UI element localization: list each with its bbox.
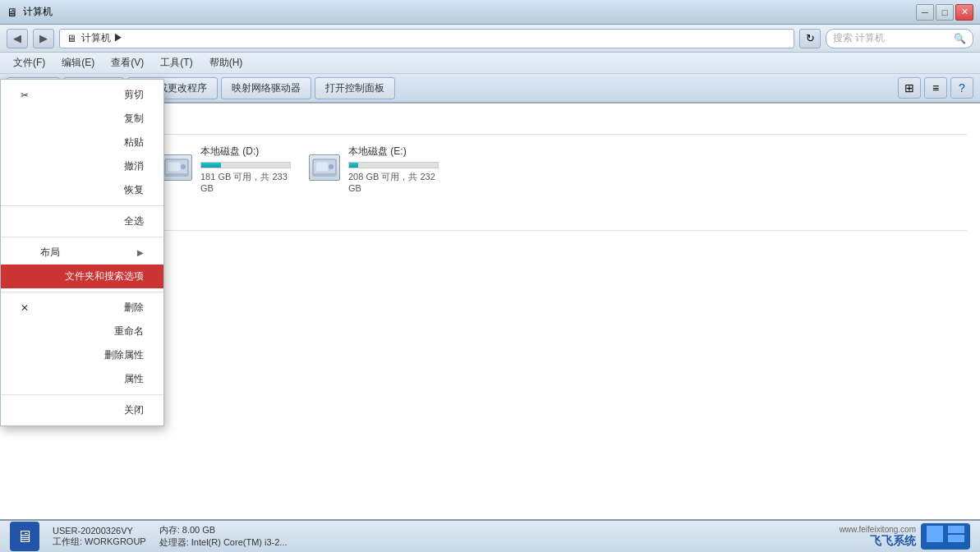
drive-d-icon [161,154,194,183]
layout-arrow-icon: ▶ [137,248,144,257]
brand-url: www.feifeixitong.com [840,525,916,534]
drive-d-label: 本地磁盘 (D:) [200,145,292,159]
refresh-button[interactable]: ↻ [799,29,821,48]
drive-e[interactable]: 本地磁盘 (E:) 208 GB 可用，共 232 GB [309,145,440,193]
svg-point-5 [181,164,186,169]
svg-rect-4 [168,162,181,172]
address-bar: ◀ ▶ 🖥 计算机 ▶ ↻ 搜索 计算机 🔍 [0,25,980,53]
menu-tools[interactable]: 工具(T) [154,54,199,71]
drive-e-bar-bg [348,162,439,168]
view-toggle-button[interactable]: ⊞ [898,77,921,99]
status-specs: 内存: 8.00 GB 处理器: Intel(R) Core(TM) i3-2.… [159,524,288,549]
window-title: 计算机 [23,5,53,19]
ctx-sep-3 [1,292,163,292]
drive-e-size: 208 GB 可用，共 232 GB [348,171,440,193]
drive-d-size: 181 GB 可用，共 233 GB [200,171,292,193]
search-box[interactable]: 搜索 计算机 🔍 [826,29,973,48]
status-bar: 🖥 USER-20200326VY 工作组: WORKGROUP 内存: 8.0… [0,519,980,552]
close-button[interactable]: ✕ [955,4,973,21]
ctx-undo[interactable]: 撤消 [1,154,163,178]
ctx-remove-props[interactable]: 删除属性 [1,343,163,367]
ctx-folder-options[interactable]: 文件夹和搜索选项 [1,264,163,288]
ctx-layout[interactable]: 布局 ▶ [1,241,163,264]
ctx-delete[interactable]: ✕ 删除 [1,296,163,320]
disk-d-icon-svg [164,159,189,177]
delete-icon: ✕ [21,302,34,314]
menu-bar: 文件(F) 编辑(E) 查看(V) 工具(T) 帮助(H) [0,53,980,74]
title-bar-left: 🖥 计算机 [7,5,53,19]
title-bar-controls: ─ □ ✕ [916,4,973,21]
ctx-paste[interactable]: 粘贴 [1,131,163,154]
status-processor: 处理器: Intel(R) Core(TM) i3-2... [159,536,288,549]
drive-d-bar-fill [201,163,221,168]
drive-e-bar-fill [349,163,358,168]
window-icon: 🖥 [7,6,18,19]
svg-rect-7 [315,162,329,172]
breadcrumb-icon: 🖥 [67,33,76,44]
svg-point-8 [329,164,334,169]
title-bar: 🖥 计算机 ─ □ ✕ [0,0,980,25]
map-network-button[interactable]: 映射网络驱动器 [221,77,311,99]
drive-d-info: 本地磁盘 (D:) 181 GB 可用，共 233 GB [200,145,292,193]
drive-d-bar-bg [200,162,291,168]
brand-logo-svg [925,524,966,549]
help-button[interactable]: ? [950,77,973,99]
toolbar-right: ⊞ ≡ ? [898,77,973,99]
ctx-properties[interactable]: 属性 [1,367,163,391]
ctx-cut[interactable]: ✂ 剪切 [1,83,163,107]
ctx-rename[interactable]: 重命名 [1,320,163,343]
context-menu: ✂ 剪切 复制 粘贴 撤消 恢复 全选 布局 ▶ 文件夹和搜索选项 ✕ 删除 重… [0,79,164,426]
drive-e-icon [309,154,342,183]
ctx-redo[interactable]: 恢复 [1,178,163,202]
minimize-button[interactable]: ─ [916,4,934,21]
ctx-sep-4 [1,394,163,395]
search-placeholder: 搜索 计算机 [833,31,885,45]
status-brand: www.feifeixitong.com 飞飞系统 [840,523,970,550]
menu-edit[interactable]: 编辑(E) [55,54,101,71]
drive-e-row: 本地磁盘 (E:) 208 GB 可用，共 232 GB [309,145,440,193]
drive-d-icon-img [161,154,192,181]
drive-d-row: 本地磁盘 (D:) 181 GB 可用，共 233 GB [161,145,292,193]
status-workgroup: 工作组: WORKGROUP [53,536,146,548]
menu-help[interactable]: 帮助(H) [203,54,250,71]
ctx-sep-1 [1,205,163,206]
status-username: USER-20200326VY [53,526,146,536]
drive-d[interactable]: 本地磁盘 (D:) 181 GB 可用，共 233 GB [161,145,292,193]
ctx-selectall[interactable]: 全选 [1,209,163,233]
svg-rect-9 [927,526,943,542]
brand-logo [921,523,970,550]
disk-e-icon-svg [312,159,337,177]
menu-view[interactable]: 查看(V) [104,54,150,71]
ctx-sep-2 [1,237,163,237]
maximize-button[interactable]: □ [936,4,954,21]
open-panel-button[interactable]: 打开控制面板 [315,77,395,99]
status-info: USER-20200326VY 工作组: WORKGROUP [53,526,146,548]
search-icon: 🔍 [954,33,966,44]
status-memory: 内存: 8.00 GB [159,524,288,536]
address-path-text: 计算机 ▶ [81,31,123,45]
menu-file[interactable]: 文件(F) [7,54,52,71]
svg-rect-10 [948,526,964,533]
svg-rect-11 [948,535,964,542]
ctx-copy[interactable]: 复制 [1,107,163,131]
drive-e-label: 本地磁盘 (E:) [348,145,440,159]
cut-icon: ✂ [21,90,34,101]
forward-button[interactable]: ▶ [33,29,54,48]
back-button[interactable]: ◀ [7,29,28,48]
drive-e-info: 本地磁盘 (E:) 208 GB 可用，共 232 GB [348,145,440,193]
computer-icon: 🖥 [10,522,39,551]
brand-name: 飞飞系统 [840,534,916,549]
address-path[interactable]: 🖥 计算机 ▶ [59,29,794,48]
drive-e-icon-img [309,154,340,181]
ctx-close[interactable]: 关闭 [1,398,163,422]
view-details-button[interactable]: ≡ [924,77,947,99]
